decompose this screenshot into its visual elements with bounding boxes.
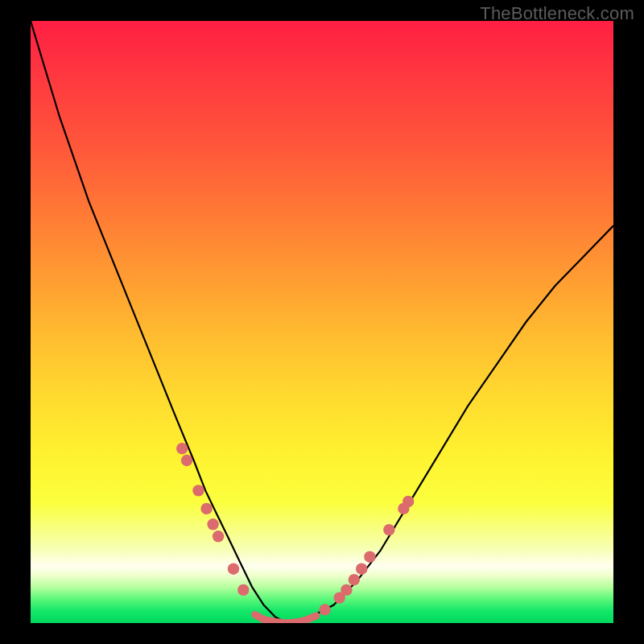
curve-marker <box>364 551 375 563</box>
curve-marker <box>356 564 367 575</box>
curve-marker <box>402 496 414 507</box>
curve-marker <box>200 503 212 514</box>
chart-frame: TheBottleneck.com <box>0 0 644 644</box>
curve-marker <box>349 574 360 585</box>
curve-marker <box>176 443 188 454</box>
curve-bottom-highlight <box>255 615 316 624</box>
curve-marker <box>319 604 330 615</box>
curve-marker <box>228 564 239 575</box>
curve-marker <box>341 584 352 596</box>
curve-marker <box>213 530 224 542</box>
curve-marker <box>181 455 192 466</box>
watermark-text: TheBottleneck.com <box>480 3 634 24</box>
bottleneck-curve <box>31 21 613 623</box>
curve-marker <box>237 584 249 596</box>
curve-marker <box>383 524 394 535</box>
curve-markers <box>176 443 414 616</box>
curve-marker <box>192 485 204 496</box>
curve-marker <box>207 518 218 530</box>
plot-area <box>31 21 613 623</box>
chart-svg <box>31 21 613 623</box>
